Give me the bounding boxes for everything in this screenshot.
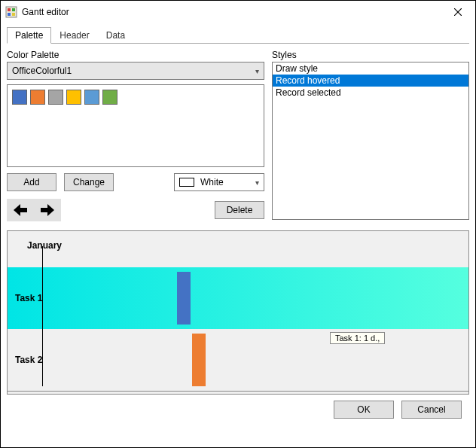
list-item[interactable]: Draw style <box>273 62 468 75</box>
tabs: Palette Header Data <box>7 27 469 44</box>
gantt-preview: January Task 1 Task 2 Task 1: 1 d., <box>7 230 469 395</box>
svg-rect-2 <box>12 8 15 11</box>
swatch[interactable] <box>102 90 117 105</box>
add-button[interactable]: Add <box>7 173 56 191</box>
color-palette-label: Color Palette <box>7 50 264 60</box>
arrow-left-icon <box>14 204 27 216</box>
month-label: January <box>27 240 62 251</box>
prev-button[interactable] <box>7 199 34 221</box>
gantt-row <box>8 329 468 391</box>
tooltip: Task 1: 1 d., <box>330 332 385 344</box>
close-button[interactable] <box>441 1 475 23</box>
svg-rect-4 <box>12 13 15 16</box>
palette-combo[interactable]: OfficeColorful1 ▾ <box>7 62 264 80</box>
gantt-bar[interactable] <box>192 334 206 386</box>
svg-rect-1 <box>8 8 11 11</box>
gantt-bar[interactable] <box>177 272 191 325</box>
app-icon <box>5 6 17 18</box>
svg-marker-8 <box>41 204 54 216</box>
list-item[interactable]: Record selected <box>273 87 468 99</box>
swatch[interactable] <box>12 90 27 105</box>
tab-header[interactable]: Header <box>51 27 97 43</box>
list-item[interactable]: Record hovered <box>273 75 468 87</box>
swatch[interactable] <box>30 90 45 105</box>
task-label: Task 1 <box>15 293 42 303</box>
color-select-value: White <box>200 177 224 187</box>
swatch[interactable] <box>66 90 81 105</box>
row-separator <box>8 391 468 392</box>
chevron-down-icon: ▾ <box>255 67 259 75</box>
svg-marker-7 <box>14 204 27 216</box>
tab-palette[interactable]: Palette <box>7 27 51 44</box>
styles-label: Styles <box>272 50 469 60</box>
tab-data[interactable]: Data <box>98 27 133 43</box>
cancel-button[interactable]: Cancel <box>401 401 462 419</box>
swatch-list <box>7 84 264 167</box>
chevron-down-icon: ▾ <box>255 178 259 187</box>
delete-button[interactable]: Delete <box>215 201 264 219</box>
window-title: Gantt editor <box>22 7 441 17</box>
next-button[interactable] <box>34 199 61 221</box>
ok-button[interactable]: OK <box>334 401 394 419</box>
swatch[interactable] <box>48 90 63 105</box>
styles-listbox[interactable]: Draw style Record hovered Record selecte… <box>272 62 469 220</box>
palette-combo-value: OfficeColorful1 <box>12 66 72 76</box>
color-preview <box>179 178 194 187</box>
change-button[interactable]: Change <box>64 173 114 191</box>
titlebar: Gantt editor <box>1 1 475 23</box>
arrow-right-icon <box>41 204 54 216</box>
time-marker <box>42 246 43 386</box>
task-label: Task 2 <box>15 355 42 365</box>
svg-rect-3 <box>8 13 11 16</box>
swatch[interactable] <box>84 90 99 105</box>
gantt-row-hovered <box>8 267 468 329</box>
color-select[interactable]: White ▾ <box>174 173 264 191</box>
dialog-footer: OK Cancel <box>7 395 469 425</box>
